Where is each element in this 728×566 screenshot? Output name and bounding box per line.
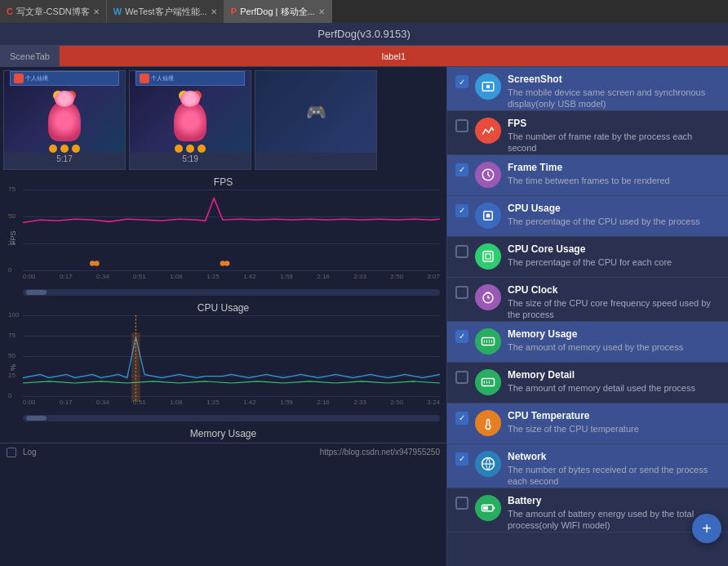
metric-network-checkbox[interactable] [455,452,468,466]
metric-cpu-usage[interactable]: CPU Usage The percentage of the CPU used… [447,196,728,237]
scene-bar: SceneTab label1 [0,46,728,67]
metric-memory-detail-checkbox[interactable] [455,371,468,384]
metric-cpu-core-icon [475,243,501,270]
metric-memory-name: Memory Usage [508,328,720,340]
metric-fps-desc: The number of frame rate by the process … [508,131,720,154]
cpu-chart-container: CPU Usage % 100 75 50 25 0 [0,299,446,425]
screenshot-inner-2: 🎮 [255,71,376,153]
log-checkbox[interactable] [7,448,16,457]
tab-csdn-close[interactable]: ✕ [93,7,100,16]
metric-frametime-name: Frame Time [508,162,720,173]
metric-fps-checkbox[interactable] [455,119,468,132]
svg-point-6 [486,85,491,89]
fps-chart-container: FPS FPS 75 50 25 0 [0,173,446,299]
metric-cpu-temp-desc: The size of the CPU temperature [508,423,720,435]
screenshot-item-0[interactable]: 个人仙境 [3,70,126,170]
tab-perfdog-close[interactable]: ✕ [318,7,325,16]
app-title: PerfDog(v3.0.9153) [317,28,410,40]
cpu-scrollbar-thumb[interactable] [26,416,47,421]
log-label: Log [23,448,37,457]
metric-memory[interactable]: Memory Usage The amount of memory used b… [447,322,728,363]
svg-point-3 [224,261,229,265]
metric-frametime-icon [475,162,501,188]
csdn-icon: C [7,7,13,16]
metric-cpu-clock-desc: The size of the CPU core frequency speed… [508,297,720,321]
tab-csdn-label: 写文章-CSDN博客 [16,6,90,18]
wetest-icon: W [113,7,122,16]
cpu-chart-area: 100 75 50 25 0 [23,315,440,413]
metric-fps[interactable]: FPS The number of frame rate by the proc… [447,111,728,155]
metric-network[interactable]: Network The number of bytes received or … [447,444,728,488]
metric-cpu-core-name: CPU Core Usage [508,243,720,255]
screenshot-item-2[interactable]: 🎮 [255,70,377,170]
metric-cpu-temp-checkbox[interactable] [455,412,468,425]
metric-network-text: Network The number of bytes received or … [508,451,720,488]
metric-cpu-usage-desc: The percentage of the CPU used by the pr… [508,216,720,227]
metric-memory-detail[interactable]: Memory Detail The amount of memory detai… [447,363,728,403]
scene-tab[interactable]: SceneTab [0,46,60,66]
tab-csdn[interactable]: C 写文章-CSDN博客 ✕ [0,0,107,23]
label-tab[interactable]: label1 [60,46,728,66]
cpu-x-axis: 0:00 0:17 0:34 0:51 1:08 1:25 1:42 1:59 … [23,397,440,413]
metric-screenshot-icon [475,74,501,100]
cpu-chart-title: CPU Usage [7,302,440,314]
metric-cpu-temp[interactable]: CPU Temperature The size of the CPU temp… [447,403,728,444]
metric-memory-detail-text: Memory Detail The amount of memory detai… [508,369,720,394]
cpu-chart-svg [23,315,440,402]
metric-cpu-core[interactable]: CPU Core Usage The percentage of the CPU… [447,237,728,278]
perfdog-icon: P [231,7,237,16]
fps-scrollbar[interactable] [23,289,440,296]
metric-cpu-clock-name: CPU Clock [508,284,720,296]
metric-battery[interactable]: Battery The amount of battery energy use… [447,488,728,533]
svg-rect-9 [486,214,491,218]
metric-network-icon [475,451,501,477]
metric-memory-desc: The amount of memory used by the process [508,341,720,353]
metric-cpu-usage-text: CPU Usage The percentage of the CPU used… [508,203,720,227]
add-metric-button[interactable]: + [692,514,721,543]
tab-wetest[interactable]: W WeTest客户端性能... ✕ [107,0,224,23]
metric-cpu-temp-icon [475,410,501,436]
metric-cpu-clock-icon [475,284,501,310]
metric-battery-text: Battery The amount of battery energy use… [508,495,720,532]
metric-fps-icon [475,118,501,144]
metric-screenshot-desc: The mobile device same screen and synchr… [508,87,720,110]
fps-chart-area: 75 50 25 0 [23,189,440,287]
metric-screenshot-name: ScreenShot [508,74,720,85]
metric-memory-detail-icon [475,369,501,395]
fps-chart-title: FPS [7,176,440,188]
metric-cpu-usage-icon [475,203,501,229]
memory-chart-label: Memory Usage [0,425,446,443]
cpu-scrollbar[interactable] [23,415,440,421]
metrics-panel: ScreenShot The mobile device same screen… [446,67,728,566]
metric-battery-checkbox[interactable] [455,497,468,510]
tab-perfdog[interactable]: P PerfDog | 移动全... ✕ [224,0,332,23]
add-icon: + [702,519,712,538]
cpu-chart-wrapper: % 100 75 50 25 0 [7,315,440,413]
metric-frametime[interactable]: Frame Time The time between frames to be… [447,155,728,196]
metric-cpu-clock-checkbox[interactable] [455,286,468,299]
fps-scrollbar-thumb[interactable] [26,290,47,295]
svg-line-17 [486,292,487,293]
add-button-spacer: + [447,533,728,566]
svg-line-18 [490,292,491,293]
metric-frametime-checkbox[interactable] [455,163,468,176]
metric-frametime-text: Frame Time The time between frames to be… [508,162,720,186]
tab-wetest-close[interactable]: ✕ [211,7,217,16]
metric-screenshot-checkbox[interactable] [455,75,468,88]
bottom-url: https://blog.csdn.net/x947955250 [320,448,440,457]
svg-rect-32 [483,506,488,510]
metric-cpu-usage-checkbox[interactable] [455,204,468,217]
metric-memory-checkbox[interactable] [455,330,468,343]
fps-chart-svg [23,189,440,276]
tab-wetest-label: WeTest客户端性能... [125,6,207,18]
screenshot-item-1[interactable]: 个人仙境 [129,70,251,170]
metric-cpu-clock[interactable]: CPU Clock The size of the CPU core frequ… [447,278,728,322]
svg-rect-24 [482,378,495,386]
bottom-bar: Log https://blog.csdn.net/x947955250 [0,443,446,461]
metric-cpu-core-checkbox[interactable] [455,245,468,258]
tab-perfdog-label: PerfDog | 移动全... [240,6,315,18]
charts-panel: 个人仙境 [0,67,446,566]
metric-screenshot[interactable]: ScreenShot The mobile device same screen… [447,67,728,111]
metric-fps-text: FPS The number of frame rate by the proc… [508,118,720,154]
metric-battery-desc: The amount of battery energy used by the… [508,508,720,532]
